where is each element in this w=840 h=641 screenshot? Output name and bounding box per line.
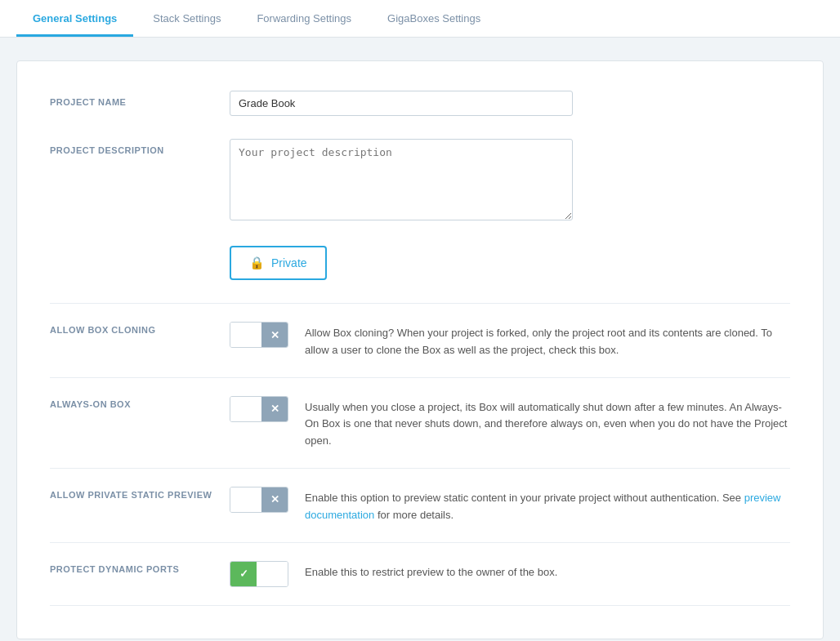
project-name-label: PROJECT NAME bbox=[50, 91, 230, 107]
tab-forwarding-settings[interactable]: Forwarding Settings bbox=[240, 1, 368, 37]
allow-private-static-preview-toggle[interactable]: ✕ bbox=[230, 487, 288, 513]
settings-card: PROJECT NAME PROJECT DESCRIPTION 🔒 Priva… bbox=[16, 60, 824, 639]
toggle-off-right: ✕ bbox=[261, 487, 288, 512]
project-name-row: PROJECT NAME bbox=[50, 91, 790, 116]
protect-dynamic-ports-row: PROTECT DYNAMIC PORTS ✓ Enable this to r… bbox=[50, 561, 790, 587]
allow-box-cloning-label: ALLOW BOX CLONING bbox=[50, 322, 230, 335]
always-on-box-label: ALWAYS-ON BOX bbox=[50, 396, 230, 409]
toggle-off-right: ✕ bbox=[261, 323, 288, 347]
desc-after-link: for more details. bbox=[374, 509, 454, 521]
tab-general-settings[interactable]: General Settings bbox=[16, 1, 133, 37]
toggle-off-right: ✕ bbox=[261, 397, 288, 421]
allow-box-cloning-description: Allow Box cloning? When your project is … bbox=[305, 322, 790, 359]
project-description-label: PROJECT DESCRIPTION bbox=[50, 139, 230, 155]
allow-private-static-preview-section: ALLOW PRIVATE STATIC PREVIEW ✕ Enable th… bbox=[50, 468, 790, 542]
project-description-control bbox=[230, 139, 790, 223]
toggle-on-left: ✓ bbox=[230, 562, 257, 586]
private-control: 🔒 Private bbox=[230, 246, 790, 280]
protect-dynamic-ports-label: PROTECT DYNAMIC PORTS bbox=[50, 561, 230, 574]
toggle-off-left bbox=[230, 323, 261, 347]
private-button-label: Private bbox=[271, 256, 307, 269]
project-name-control bbox=[230, 91, 790, 116]
toggle-off-left bbox=[230, 487, 261, 512]
tabs-bar: General Settings Stack Settings Forwardi… bbox=[0, 0, 840, 38]
project-description-input[interactable] bbox=[230, 139, 573, 220]
project-name-input[interactable] bbox=[230, 91, 573, 116]
tab-stack-settings[interactable]: Stack Settings bbox=[136, 1, 237, 37]
protect-dynamic-ports-toggle[interactable]: ✓ bbox=[230, 561, 288, 587]
allow-private-static-preview-row: ALLOW PRIVATE STATIC PREVIEW ✕ Enable th… bbox=[50, 487, 790, 524]
always-on-box-row: ALWAYS-ON BOX ✕ Usually when you close a… bbox=[50, 396, 790, 450]
project-description-row: PROJECT DESCRIPTION bbox=[50, 139, 790, 223]
allow-box-cloning-toggle[interactable]: ✕ bbox=[230, 322, 288, 348]
desc-before-link: Enable this option to preview static con… bbox=[305, 492, 744, 504]
always-on-box-toggle[interactable]: ✕ bbox=[230, 396, 288, 422]
always-on-box-description: Usually when you close a project, its Bo… bbox=[305, 396, 790, 450]
main-content: PROJECT NAME PROJECT DESCRIPTION 🔒 Priva… bbox=[0, 38, 840, 641]
lock-icon: 🔒 bbox=[249, 256, 265, 270]
toggle-on-right bbox=[257, 562, 288, 586]
private-label-spacer bbox=[50, 246, 230, 252]
allow-box-cloning-section: ALLOW BOX CLONING ✕ Allow Box cloning? W… bbox=[50, 303, 790, 377]
allow-box-cloning-row: ALLOW BOX CLONING ✕ Allow Box cloning? W… bbox=[50, 322, 790, 359]
tab-gigaboxes-settings[interactable]: GigaBoxes Settings bbox=[371, 1, 497, 37]
always-on-box-section: ALWAYS-ON BOX ✕ Usually when you close a… bbox=[50, 377, 790, 468]
allow-private-static-preview-label: ALLOW PRIVATE STATIC PREVIEW bbox=[50, 487, 230, 500]
allow-private-static-preview-description: Enable this option to preview static con… bbox=[305, 487, 790, 524]
protect-dynamic-ports-description: Enable this to restrict preview to the o… bbox=[305, 561, 790, 581]
private-button[interactable]: 🔒 Private bbox=[230, 246, 327, 280]
protect-dynamic-ports-section: PROTECT DYNAMIC PORTS ✓ Enable this to r… bbox=[50, 542, 790, 606]
toggle-off-left bbox=[230, 397, 261, 421]
private-button-row: 🔒 Private bbox=[50, 246, 790, 280]
